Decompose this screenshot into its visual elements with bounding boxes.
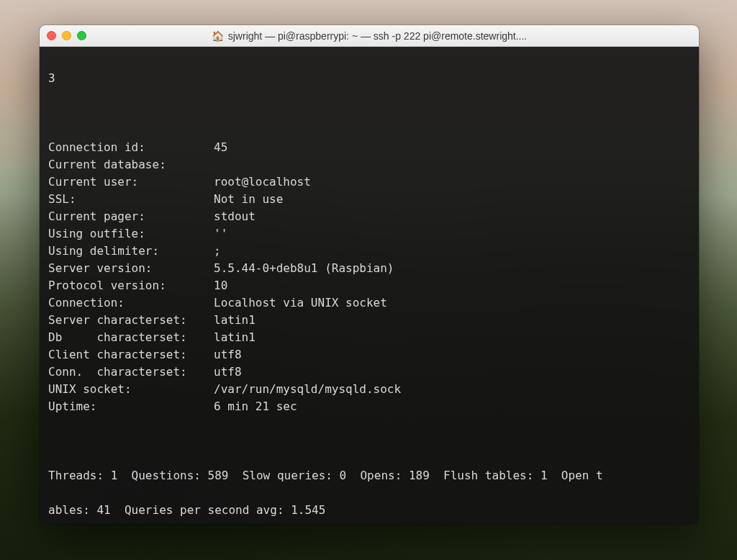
status-label: Connection: [48,294,214,312]
status-row: Client characterset:utf8 [48,346,690,363]
status-value: latin1 [214,312,256,329]
status-value: stdout [214,208,256,225]
terminal-content[interactable]: 3 Connection id:45Current database:Curre… [40,47,699,524]
status-row: Current user:root@localhost [48,173,690,191]
status-label: Db characterset: [48,329,214,346]
terminal-summary-line: Threads: 1 Questions: 589 Slow queries: … [48,467,690,484]
status-value: root@localhost [214,173,311,191]
status-label: Connection id: [48,139,214,156]
status-row: Using delimiter:; [48,243,690,260]
status-value: '' [214,225,227,243]
status-label: Current pager: [48,208,214,225]
terminal-line: 3 [48,70,690,87]
status-row: SSL:Not in use [48,191,690,208]
status-value: 45 [214,139,227,156]
status-label: Uptime: [48,398,214,415]
status-value: 10 [214,277,227,294]
status-label: UNIX socket: [48,381,214,398]
status-label: Current database: [48,156,214,173]
terminal-summary-line: ables: 41 Queries per second avg: 1.545 [48,502,690,519]
status-label: SSL: [48,191,214,208]
status-row: Using outfile:'' [48,225,690,243]
status-row: Protocol version:10 [48,277,690,294]
status-row: Current pager:stdout [48,208,690,225]
traffic-lights [47,31,86,40]
minimize-button[interactable] [62,31,71,40]
status-row: UNIX socket:/var/run/mysqld/mysqld.sock [48,381,690,398]
status-value: /var/run/mysqld/mysqld.sock [214,381,401,398]
status-value: 6 min 21 sec [214,398,297,415]
status-label: Server characterset: [48,312,214,329]
window-title-bar[interactable]: 🏠 sjwright — pi@raspberrypi: ~ — ssh -p … [40,25,699,47]
status-value: 5.5.44-0+deb8u1 (Raspbian) [214,260,394,277]
status-value: ; [214,243,221,260]
status-row: Uptime:6 min 21 sec [48,398,690,415]
status-row: Connection id:45 [48,139,690,156]
status-label: Protocol version: [48,277,214,294]
window-title: sjwright — pi@raspberrypi: ~ — ssh -p 22… [228,30,528,42]
status-value: latin1 [214,329,256,346]
maximize-button[interactable] [77,31,86,40]
status-row: Conn. characterset:utf8 [48,363,690,381]
status-value: utf8 [214,346,242,363]
close-button[interactable] [47,31,56,40]
home-icon: 🏠 [212,30,224,42]
status-label: Conn. characterset: [48,363,214,381]
status-label: Server version: [48,260,214,277]
status-row: Db characterset:latin1 [48,329,690,346]
status-label: Using outfile: [48,225,214,243]
window-title-group: 🏠 sjwright — pi@raspberrypi: ~ — ssh -p … [212,30,528,42]
status-value: Not in use [214,191,283,208]
status-value: utf8 [214,363,242,381]
status-row: Server version:5.5.44-0+deb8u1 (Raspbian… [48,260,690,277]
status-row: Server characterset:latin1 [48,312,690,329]
status-row: Current database: [48,156,690,173]
status-label: Client characterset: [48,346,214,363]
status-label: Current user: [48,173,214,191]
terminal-blank-line [48,104,690,122]
terminal-blank-line [48,433,690,450]
status-label: Using delimiter: [48,243,214,260]
status-value: Localhost via UNIX socket [214,294,387,312]
terminal-window: 🏠 sjwright — pi@raspberrypi: ~ — ssh -p … [40,25,699,524]
status-row: Connection:Localhost via UNIX socket [48,294,690,312]
